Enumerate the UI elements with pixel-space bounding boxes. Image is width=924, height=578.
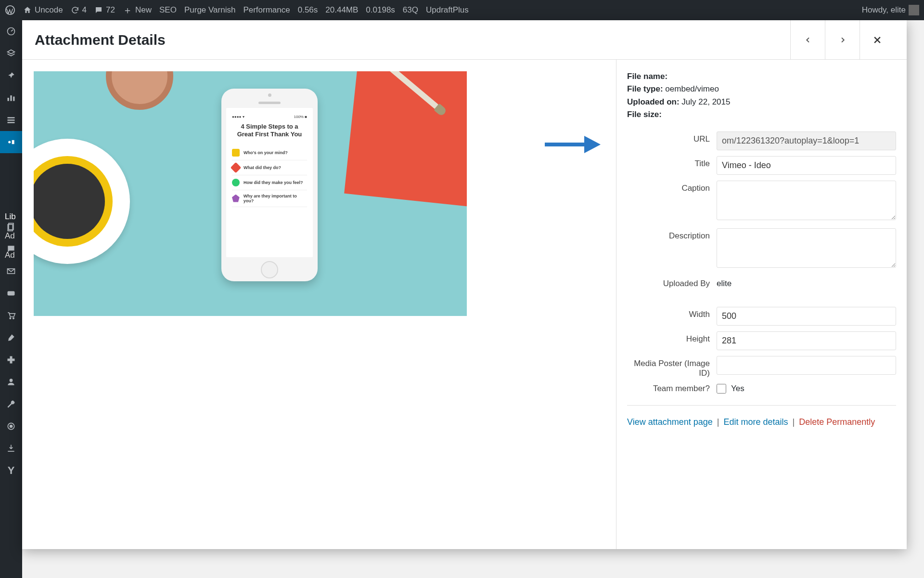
attachment-preview: ●●●● ▾100% ■ 4 Simple Steps to a Great F… <box>34 71 467 316</box>
filetype-label: File type: <box>627 84 663 93</box>
uploaded-value: July 22, 2015 <box>681 97 730 106</box>
svg-rect-4 <box>13 97 14 101</box>
svg-rect-12 <box>8 291 15 296</box>
filename-label: File name: <box>627 72 667 81</box>
phone-row-3: How did they make you feel? <box>244 180 303 185</box>
url-input[interactable] <box>717 131 896 150</box>
media-icon[interactable] <box>0 131 22 153</box>
svg-point-15 <box>10 379 13 382</box>
seo-menu[interactable]: SEO <box>159 5 177 15</box>
avatar <box>909 5 919 15</box>
svg-rect-2 <box>8 98 9 101</box>
poster-input[interactable] <box>717 356 896 375</box>
filetype-value: oembed/vimeo <box>665 84 719 93</box>
tools-icon[interactable] <box>0 393 22 415</box>
phone-row-1: Who's on your mind? <box>244 150 288 155</box>
attachment-details-modal: Attachment Details ●●●● ▾100% ■ 4 Simple… <box>22 20 907 549</box>
svg-point-13 <box>10 318 11 319</box>
preview-pane: ●●●● ▾100% ■ 4 Simple Steps to a Great F… <box>22 60 616 549</box>
width-input[interactable] <box>717 307 896 326</box>
uploadedby-label: Uploaded By <box>627 276 717 289</box>
list-icon[interactable] <box>0 109 22 131</box>
analytics-icon[interactable] <box>0 87 22 109</box>
perf-memory: 20.44MB <box>325 5 358 15</box>
height-label: Height <box>627 331 717 344</box>
team-checkbox[interactable] <box>717 384 726 394</box>
next-button[interactable] <box>825 20 860 60</box>
action-links: View attachment page | Edit more details… <box>627 417 896 427</box>
cart-icon[interactable] <box>0 304 22 327</box>
description-label: Description <box>627 228 717 241</box>
submenu-add-1[interactable]: Ad <box>5 226 16 246</box>
new-label: New <box>135 5 152 15</box>
media-submenu: Lib Ad Ad <box>5 207 16 265</box>
close-button[interactable] <box>860 20 894 60</box>
submenu-library[interactable]: Lib <box>5 207 16 226</box>
divider <box>627 405 896 406</box>
url-label: URL <box>627 131 717 144</box>
caption-input[interactable] <box>717 181 896 220</box>
svg-point-8 <box>8 141 11 144</box>
prev-button[interactable] <box>790 20 825 60</box>
file-meta: File name: File type: oembed/vimeo Uploa… <box>627 70 896 121</box>
wp-logo-icon[interactable] <box>5 5 15 15</box>
perf-db: 0.0198s <box>366 5 395 15</box>
brush-icon[interactable] <box>0 327 22 349</box>
dashboard-icon[interactable] <box>0 20 22 42</box>
team-yes-label: Yes <box>731 384 744 394</box>
width-label: Width <box>627 307 717 319</box>
uploaded-label: Uploaded on: <box>627 97 680 106</box>
comments-icon[interactable]: 72 <box>94 5 115 15</box>
submenu-add-2[interactable]: Ad <box>5 246 16 265</box>
updates-icon[interactable]: 4 <box>71 5 87 15</box>
svg-rect-6 <box>8 119 15 121</box>
users-icon[interactable] <box>0 371 22 393</box>
perf-time: 0.56s <box>298 5 318 15</box>
modal-title: Attachment Details <box>35 32 166 48</box>
layers-icon[interactable] <box>0 42 22 65</box>
purge-varnish[interactable]: Purge Varnish <box>184 5 235 15</box>
svg-point-17 <box>10 425 13 428</box>
description-input[interactable] <box>717 228 896 268</box>
new-button[interactable]: ＋ New <box>123 4 152 17</box>
howdy-user[interactable]: Howdy, elite <box>862 5 919 15</box>
howdy-label: Howdy, elite <box>862 5 906 15</box>
admin-sidebar: Y <box>0 20 22 578</box>
modal-header: Attachment Details <box>22 20 907 60</box>
svg-point-14 <box>13 318 14 319</box>
poster-label: Media Poster (Image ID) <box>627 356 717 378</box>
phone-row-2: What did they do? <box>244 165 281 170</box>
filesize-label: File size: <box>627 110 662 119</box>
woo-icon[interactable] <box>0 282 22 304</box>
phone-heading: 4 Simple Steps to a Great First Thank Yo… <box>232 123 307 139</box>
y-icon[interactable]: Y <box>0 460 22 482</box>
updates-count: 4 <box>82 5 87 15</box>
uploadedby-value: elite <box>717 276 896 289</box>
phone-row-4: Why are they important to you? <box>244 194 307 203</box>
edit-details-link[interactable]: Edit more details <box>724 417 788 427</box>
height-input[interactable] <box>717 331 896 350</box>
delete-permanently-link[interactable]: Delete Permanently <box>799 417 875 427</box>
details-pane: File name: File type: oembed/vimeo Uploa… <box>616 60 907 549</box>
site-name-label: Uncode <box>35 5 63 15</box>
download-icon[interactable] <box>0 437 22 460</box>
title-input[interactable] <box>717 156 896 175</box>
svg-rect-5 <box>8 117 15 118</box>
phone-graphic: ●●●● ▾100% ■ 4 Simple Steps to a Great F… <box>221 89 318 281</box>
pin-icon[interactable] <box>0 65 22 87</box>
plugins-icon[interactable] <box>0 349 22 371</box>
circle-icon[interactable] <box>0 415 22 437</box>
cup-graphic <box>34 139 130 264</box>
updraftplus-menu[interactable]: UpdraftPlus <box>426 5 469 15</box>
notebook-graphic <box>344 71 467 209</box>
performance-menu[interactable]: Performance <box>243 5 290 15</box>
perf-queries: 63Q <box>403 5 418 15</box>
comments-count: 72 <box>106 5 115 15</box>
site-name[interactable]: Uncode <box>23 5 63 15</box>
title-label: Title <box>627 156 717 169</box>
view-attachment-link[interactable]: View attachment page <box>627 417 713 427</box>
team-label: Team member? <box>627 384 717 394</box>
admin-bar: Uncode 4 72 ＋ New SEO Purge Varnish Perf… <box>0 0 924 20</box>
svg-rect-3 <box>10 95 12 101</box>
bowl-graphic <box>106 71 173 110</box>
